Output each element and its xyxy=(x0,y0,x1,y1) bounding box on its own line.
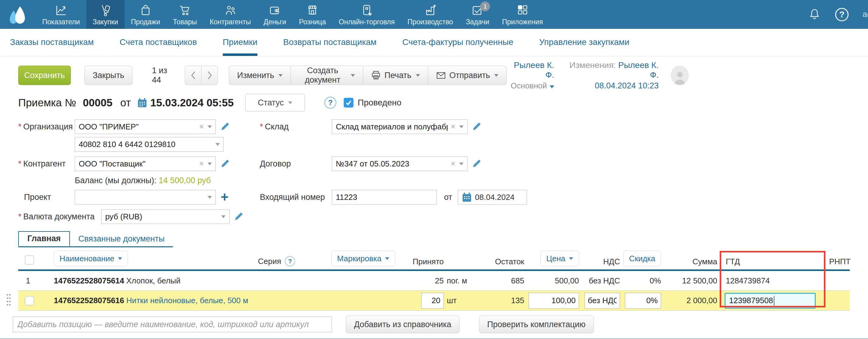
row-checkbox[interactable] xyxy=(25,296,34,305)
edit-pencil-icon[interactable] xyxy=(234,212,243,222)
select-all-checkbox[interactable] xyxy=(25,256,34,265)
calendar-icon[interactable] xyxy=(462,192,472,202)
changed-at[interactable]: 08.04.2024 10:23 xyxy=(566,81,659,91)
clear-icon[interactable]: × xyxy=(451,122,456,132)
column-rnpt: РНПТ xyxy=(824,257,851,266)
subnav-purchase-management[interactable]: Управление закупками xyxy=(539,29,629,56)
nav-item-online-trade[interactable]: Онлайн-торговля xyxy=(333,0,401,29)
avatar[interactable] xyxy=(671,66,689,85)
vat-input[interactable] xyxy=(584,293,620,309)
nav-item-counterparties[interactable]: Контрагенты xyxy=(203,0,257,29)
column-marking-button[interactable]: Маркировка xyxy=(331,250,395,266)
notifications-bell-icon[interactable] xyxy=(808,7,821,22)
currency-select[interactable]: руб (RUB) xyxy=(101,209,229,224)
account-select[interactable]: 40802 810 4 6442 0129810 xyxy=(75,137,224,151)
counterparty-select[interactable]: ООО "Поставщик" × xyxy=(75,157,216,171)
account-value: 40802 810 4 6442 0129810 xyxy=(79,140,175,149)
nav-item-indicators[interactable]: Показатели xyxy=(36,0,86,29)
doc-datetime[interactable]: 15.03.2024 05:55 xyxy=(150,97,234,109)
edit-menu-button[interactable]: Изменить xyxy=(229,66,291,85)
qty-input[interactable] xyxy=(421,293,444,309)
contract-select[interactable]: №347 от 05.05.2023 × xyxy=(332,157,467,171)
nav-item-apps[interactable]: Приложения xyxy=(496,0,550,29)
chevron-down-icon[interactable] xyxy=(459,126,463,128)
table-row-selected[interactable]: 1476522528075616 Нитки нейлоновые, белые… xyxy=(18,291,850,311)
print-menu-button[interactable]: Печать xyxy=(363,66,428,85)
project-select[interactable] xyxy=(75,190,216,204)
nav-item-production[interactable]: Производство xyxy=(401,0,460,29)
product-name-link[interactable]: Нитки нейлоновые, белые, 500 м xyxy=(126,296,248,305)
add-from-catalog-button[interactable]: Добавить из справочника xyxy=(346,316,460,333)
chevron-down-icon[interactable] xyxy=(208,196,212,199)
nav-item-goods[interactable]: Товары xyxy=(166,0,203,29)
subnav-supplier-orders[interactable]: Заказы поставщикам xyxy=(10,29,94,56)
nav-item-purchases[interactable]: Закупки xyxy=(86,0,125,29)
save-button[interactable]: Сохранить xyxy=(18,66,71,85)
held-checkbox[interactable] xyxy=(344,98,353,107)
held-help-icon[interactable]: ? xyxy=(324,97,336,109)
close-button[interactable]: Закрыть xyxy=(85,66,132,85)
chevron-down-icon[interactable] xyxy=(208,126,212,128)
nav-label: Задачи xyxy=(466,18,489,26)
sum-cell: 12 500,00 xyxy=(682,276,717,285)
next-document-button[interactable] xyxy=(201,66,218,85)
chevron-down-icon[interactable] xyxy=(208,163,212,165)
chevron-down-icon[interactable] xyxy=(215,143,220,146)
chevron-down-icon[interactable] xyxy=(221,215,225,218)
moysklad-logo-icon[interactable] xyxy=(0,0,36,29)
price-input[interactable] xyxy=(529,293,579,309)
create-document-menu-button[interactable]: Создать документ xyxy=(290,66,363,85)
nav-item-retail[interactable]: Розница xyxy=(293,0,333,29)
stock-cell: 685 xyxy=(511,276,524,285)
column-price-button[interactable]: Цена xyxy=(540,250,579,266)
send-menu-button[interactable]: Отправить xyxy=(428,66,507,85)
column-discount-button[interactable]: Скидка xyxy=(623,250,661,266)
project-label: Проект xyxy=(18,193,75,202)
doc-number[interactable]: 00005 xyxy=(83,97,113,109)
calendar-icon[interactable] xyxy=(137,98,147,108)
changes-block: Изменения: Рылеев К. Ф. 08.04.2024 10:23 xyxy=(566,61,659,91)
clear-icon[interactable]: × xyxy=(199,159,204,169)
edit-pencil-icon[interactable] xyxy=(472,122,482,132)
clear-icon[interactable]: × xyxy=(451,159,456,169)
add-project-icon[interactable]: + xyxy=(221,191,228,203)
incoming-number-label: Входящий номер xyxy=(260,193,332,202)
nav-item-money[interactable]: Деньги xyxy=(257,0,292,29)
warehouse-select[interactable]: Склад материалов и полуфабрик × xyxy=(332,120,467,134)
gtd-input-focused[interactable]: 1239879508 xyxy=(724,293,816,309)
tab-linked-documents[interactable]: Связанные документы xyxy=(70,231,173,246)
series-help-icon[interactable]: ? xyxy=(285,256,295,266)
tab-main[interactable]: Главная xyxy=(18,231,70,246)
discount-input[interactable] xyxy=(625,293,661,309)
edit-pencil-icon[interactable] xyxy=(472,159,482,169)
create-document-label: Создать документ xyxy=(299,66,346,85)
username[interactable]: ad xyxy=(863,10,868,19)
owner-block[interactable]: Рылеев К. Ф. Основной xyxy=(507,61,554,91)
incoming-number-input[interactable] xyxy=(332,190,437,204)
product-name-link[interactable]: Хлопок, белый xyxy=(126,276,181,285)
add-position-input[interactable] xyxy=(13,316,332,332)
subnav-receivings[interactable]: Приемки xyxy=(223,29,257,56)
drag-handle-icon[interactable] xyxy=(7,294,13,307)
status-label: Статус xyxy=(258,98,284,107)
contract-row: Договор №347 от 05.05.2023 × xyxy=(260,157,482,171)
clear-icon[interactable]: × xyxy=(199,122,204,132)
subnav-received-invoices[interactable]: Счета-фактуры полученные xyxy=(402,29,513,56)
subnav-supplier-invoices[interactable]: Счета поставщиков xyxy=(119,29,197,56)
incoming-date-input[interactable]: 08.04.2024 xyxy=(458,190,527,204)
edit-pencil-icon[interactable] xyxy=(220,122,230,132)
help-icon[interactable]: ? xyxy=(835,8,848,21)
chevron-down-icon[interactable] xyxy=(459,163,463,165)
organization-select[interactable]: ООО "ПРИМЕР" × xyxy=(75,120,216,134)
edit-pencil-icon[interactable] xyxy=(220,159,230,169)
changed-by[interactable]: Рылеев К. Ф. xyxy=(618,61,659,79)
prev-document-button[interactable] xyxy=(185,66,202,85)
table-row[interactable]: 1 1476522528075614 Хлопок, белый 25 пог.… xyxy=(18,271,850,291)
subnav-supplier-returns[interactable]: Возвраты поставщикам xyxy=(283,29,377,56)
check-assembly-button[interactable]: Проверить комплектацию xyxy=(479,316,594,333)
owner-name[interactable]: Рылеев К. Ф. xyxy=(507,61,554,80)
status-dropdown[interactable]: Статус xyxy=(245,94,305,111)
column-name-button[interactable]: Наименование xyxy=(54,250,128,266)
nav-item-sales[interactable]: Продажи xyxy=(125,0,166,29)
nav-item-tasks[interactable]: 1 Задачи xyxy=(460,0,496,29)
